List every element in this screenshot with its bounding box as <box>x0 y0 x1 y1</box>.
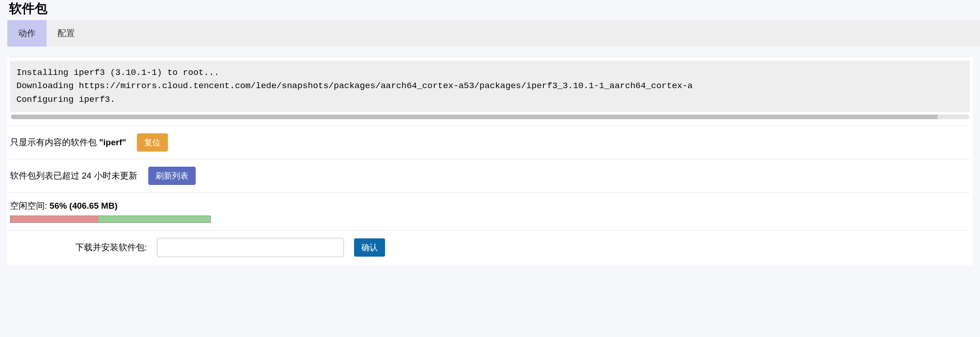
free-space-prefix: 空闲空间: <box>10 201 50 211</box>
free-space-used-segment <box>10 216 99 222</box>
horizontal-scrollbar[interactable] <box>11 115 969 119</box>
install-confirm-button[interactable]: 确认 <box>354 238 385 257</box>
filter-description: 只显示有内容的软件包 "iperf" <box>10 137 126 148</box>
filter-prefix: 只显示有内容的软件包 <box>10 137 99 147</box>
reset-filter-button[interactable]: 复位 <box>137 133 168 152</box>
tab-config[interactable]: 配置 <box>47 20 86 47</box>
install-label: 下载并安装软件包: <box>10 242 147 253</box>
refresh-list-button[interactable]: 刷新列表 <box>148 167 196 185</box>
page-title: 软件包 <box>0 0 980 20</box>
tabs: 动作 配置 <box>7 20 980 47</box>
free-space-value: 56% (406.65 MB) <box>50 201 118 211</box>
free-space-label: 空闲空间: 56% (406.65 MB) <box>10 200 970 212</box>
install-package-input[interactable] <box>157 238 344 257</box>
free-space-bar <box>10 216 211 223</box>
tab-actions[interactable]: 动作 <box>7 20 47 47</box>
filter-query: "iperf" <box>99 137 126 147</box>
list-status-text: 软件包列表已超过 24 小时未更新 <box>10 170 137 182</box>
install-log-output: Installing iperf3 (3.10.1-1) to root... … <box>10 61 970 112</box>
free-space-free-segment <box>99 216 210 222</box>
